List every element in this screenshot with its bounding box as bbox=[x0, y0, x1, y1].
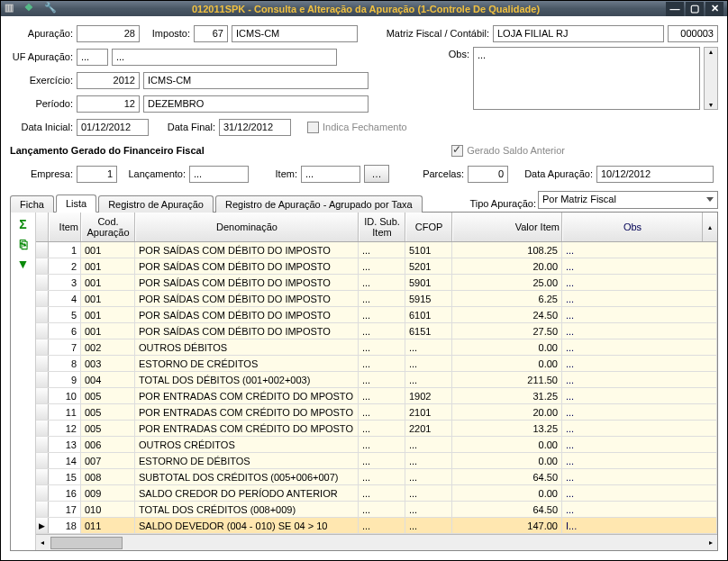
cell-obs[interactable]: ... bbox=[562, 323, 717, 339]
scroll-left-icon[interactable]: ◂ bbox=[36, 538, 49, 547]
data-final-label: Data Final: bbox=[152, 122, 215, 132]
cell-den: POR SAÍDAS COM DÉBITO DO IMPOSTO bbox=[135, 307, 359, 322]
cell-val: 0.00 bbox=[452, 453, 562, 468]
cell-obs[interactable]: ... bbox=[562, 388, 717, 403]
cell-obs[interactable]: ... bbox=[562, 275, 717, 290]
cell-den: POR SAÍDAS COM DÉBITO DO IMPOSTO bbox=[135, 242, 359, 258]
cell-obs[interactable]: ... bbox=[562, 453, 717, 468]
cell-obs[interactable]: ... bbox=[562, 242, 717, 258]
uf-desc-input[interactable] bbox=[112, 49, 337, 66]
col-cfop[interactable]: CFOP bbox=[405, 213, 452, 241]
scroll-right-icon[interactable]: ▸ bbox=[705, 538, 717, 547]
indica-fechamento-checkbox[interactable] bbox=[307, 122, 319, 133]
table-row[interactable]: 1001POR SAÍDAS COM DÉBITO DO IMPOSTO...5… bbox=[36, 242, 717, 258]
data-inicial-input[interactable] bbox=[77, 119, 149, 136]
toolbar-icon-3[interactable]: 🔧 bbox=[44, 2, 59, 16]
table-row[interactable]: 4001POR SAÍDAS COM DÉBITO DO IMPOSTO...5… bbox=[36, 291, 717, 307]
table-row[interactable]: ▶18011SALDO DEVEDOR (004 - 010) SE 04 > … bbox=[36, 518, 717, 534]
scroll-down-icon[interactable]: ▾ bbox=[705, 101, 717, 109]
cell-obs[interactable]: ... bbox=[562, 372, 717, 387]
cell-obs[interactable]: ... bbox=[562, 258, 717, 274]
cell-obs[interactable]: ... bbox=[562, 307, 717, 322]
table-row[interactable]: 3001POR SAÍDAS COM DÉBITO DO IMPOSTO...5… bbox=[36, 275, 717, 291]
cell-obs[interactable]: ... bbox=[562, 291, 717, 306]
table-row[interactable]: 12005POR ENTRADAS COM CRÉDITO DO MPOSTO.… bbox=[36, 421, 717, 437]
cell-cfop: ... bbox=[405, 339, 452, 355]
cell-item: 2 bbox=[49, 258, 81, 274]
table-row[interactable]: 6001POR SAÍDAS COM DÉBITO DO IMPOSTO...6… bbox=[36, 323, 717, 339]
cell-cfop: ... bbox=[405, 437, 452, 452]
obs-textarea[interactable]: ... bbox=[473, 47, 700, 110]
table-row[interactable]: 16009SALDO CREDOR DO PERÍODO ANTERIOR...… bbox=[36, 485, 717, 502]
close-button[interactable]: ✕ bbox=[705, 2, 723, 16]
table-row[interactable]: 5001POR SAÍDAS COM DÉBITO DO IMPOSTO...6… bbox=[36, 307, 717, 323]
scroll-thumb[interactable] bbox=[50, 537, 123, 549]
exercicio-input[interactable] bbox=[77, 72, 140, 89]
cell-obs[interactable]: ... bbox=[562, 404, 717, 420]
col-val[interactable]: Valor Item bbox=[452, 213, 562, 241]
empresa-label: Empresa: bbox=[10, 168, 73, 179]
table-row[interactable]: 14007ESTORNO DE DÉBITOS......0.00... bbox=[36, 453, 717, 469]
tipo-dropdown[interactable]: Por Matriz Fiscal bbox=[538, 191, 718, 209]
scroll-up-grid-icon[interactable]: ▴ bbox=[703, 213, 717, 241]
gerado-saldo-checkbox[interactable] bbox=[451, 145, 463, 157]
cell-cfop: 5901 bbox=[405, 275, 452, 290]
parcelas-input[interactable] bbox=[468, 166, 508, 183]
col-cod[interactable]: Cod. Apuração bbox=[81, 213, 135, 241]
empresa-input[interactable] bbox=[77, 166, 117, 183]
periodo-input[interactable] bbox=[77, 95, 140, 113]
imposto-code-input[interactable] bbox=[194, 25, 228, 42]
table-row[interactable]: 9004TOTAL DOS DÉBITOS (001+002+003).....… bbox=[36, 372, 717, 388]
tab-registro-taxa[interactable]: Registro de Apuração - Agrupado por Taxa bbox=[215, 195, 423, 213]
table-row[interactable]: 13006OUTROS CRÉDITOS......0.00... bbox=[36, 437, 717, 453]
lookup-button[interactable]: … bbox=[364, 165, 389, 183]
exercicio-desc-input[interactable] bbox=[143, 72, 369, 89]
cell-cod: 001 bbox=[81, 275, 135, 290]
matriz-desc-input[interactable] bbox=[493, 25, 664, 42]
cell-obs[interactable]: ... bbox=[562, 502, 717, 517]
apuracao-input[interactable] bbox=[77, 25, 140, 42]
lancamento-input[interactable] bbox=[189, 166, 249, 183]
scroll-up-icon[interactable]: ▴ bbox=[705, 48, 717, 56]
maximize-button[interactable]: ▢ bbox=[686, 2, 704, 16]
cell-obs[interactable]: ... bbox=[562, 356, 717, 371]
matriz-code-input[interactable] bbox=[668, 25, 718, 42]
cell-obs[interactable]: I... bbox=[562, 518, 717, 533]
table-row[interactable]: 7002OUTROS DÉBITOS......0.00... bbox=[36, 339, 717, 356]
toolbar-icon-2[interactable]: ❖ bbox=[24, 2, 39, 16]
table-row[interactable]: 15008SUBTOTAL DOS CRÉDITOS (005+006+007)… bbox=[36, 469, 717, 485]
col-den[interactable]: Denominação bbox=[135, 213, 359, 241]
down-icon[interactable]: ▼ bbox=[15, 256, 32, 272]
table-row[interactable]: 17010TOTAL DOS CRÉDITOS (008+009)......6… bbox=[36, 502, 717, 518]
table-row[interactable]: 2001POR SAÍDAS COM DÉBITO DO IMPOSTO...5… bbox=[36, 258, 717, 275]
cell-val: 64.50 bbox=[452, 502, 562, 517]
cell-obs[interactable]: ... bbox=[562, 437, 717, 452]
tab-registro[interactable]: Registro de Apuração bbox=[98, 195, 214, 213]
imposto-desc-input[interactable] bbox=[232, 25, 358, 42]
uf-code-input[interactable] bbox=[77, 49, 108, 66]
cell-cod: 003 bbox=[81, 356, 135, 371]
data-final-input[interactable] bbox=[219, 119, 291, 136]
sum-icon[interactable]: Σ bbox=[15, 216, 32, 232]
cell-obs[interactable]: ... bbox=[562, 469, 717, 484]
table-row[interactable]: 8003ESTORNO DE CRÉDITOS......0.00... bbox=[36, 356, 717, 372]
cell-obs[interactable]: ... bbox=[562, 421, 717, 436]
toolbar-icon-1[interactable]: ▥ bbox=[5, 2, 19, 16]
minimize-button[interactable]: — bbox=[666, 2, 684, 16]
item-input[interactable] bbox=[301, 166, 360, 183]
data-apuracao-input[interactable] bbox=[596, 166, 714, 183]
table-row[interactable]: 11005POR ENTRADAS COM CRÉDITO DO MPOSTO.… bbox=[36, 404, 717, 421]
col-ids[interactable]: ID. Sub. Item bbox=[359, 213, 405, 241]
export-icon[interactable]: ⎘ bbox=[15, 236, 32, 252]
cell-obs[interactable]: ... bbox=[562, 485, 717, 501]
cell-val: 27.50 bbox=[452, 323, 562, 339]
cell-obs[interactable]: ... bbox=[562, 339, 717, 355]
col-obs[interactable]: Obs bbox=[562, 213, 703, 241]
cell-den: ESTORNO DE CRÉDITOS bbox=[135, 356, 359, 371]
periodo-desc-input[interactable] bbox=[143, 95, 369, 113]
table-row[interactable]: 10005POR ENTRADAS COM CRÉDITO DO MPOSTO.… bbox=[36, 388, 717, 404]
tab-lista[interactable]: Lista bbox=[56, 195, 96, 213]
cell-den: POR ENTRADAS COM CRÉDITO DO MPOSTO bbox=[135, 388, 359, 403]
col-item[interactable]: Item bbox=[49, 213, 81, 241]
tab-ficha[interactable]: Ficha bbox=[10, 195, 54, 213]
